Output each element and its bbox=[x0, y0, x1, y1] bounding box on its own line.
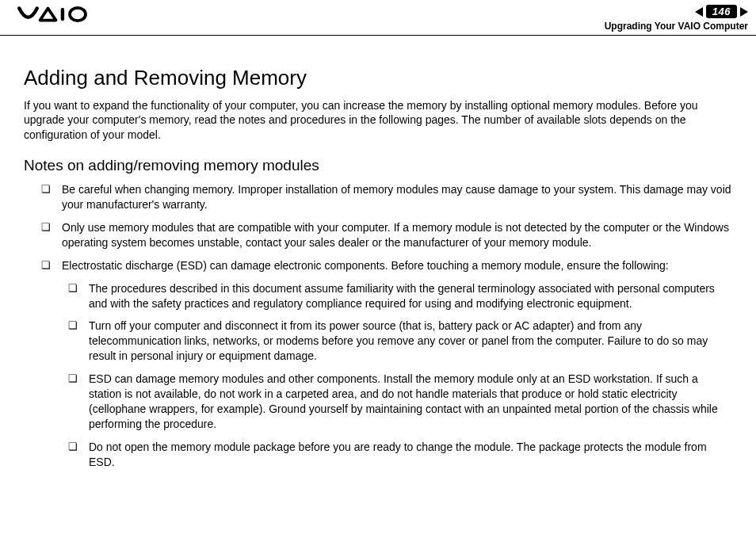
subtitle: Notes on adding/removing memory modules bbox=[24, 157, 732, 174]
list-item: Do not open the memory module package be… bbox=[68, 440, 732, 470]
intro-paragraph: If you want to expand the functionality … bbox=[24, 98, 732, 143]
vaio-logo-svg bbox=[14, 6, 101, 22]
page-badge: 146 bbox=[695, 5, 748, 18]
list-item: ESD can damage memory modules and other … bbox=[68, 372, 732, 432]
list-item: The procedures described in this documen… bbox=[68, 281, 732, 311]
prev-page-arrow-icon[interactable] bbox=[695, 7, 703, 17]
next-page-arrow-icon[interactable] bbox=[740, 7, 748, 17]
svg-rect-0 bbox=[61, 8, 64, 21]
list-item: Electrostatic discharge (ESD) can damage… bbox=[41, 258, 732, 470]
page-number: 146 bbox=[706, 5, 737, 18]
sub-notes-list: The procedures described in this documen… bbox=[62, 281, 732, 470]
header-right: 146 Upgrading Your VAIO Computer bbox=[605, 5, 748, 32]
vaio-logo bbox=[8, 5, 101, 24]
page-content: Adding and Removing Memory If you want t… bbox=[0, 36, 756, 470]
page-header: 146 Upgrading Your VAIO Computer bbox=[0, 0, 756, 36]
section-label: Upgrading Your VAIO Computer bbox=[605, 21, 748, 32]
list-item: Only use memory modules that are compati… bbox=[41, 220, 732, 250]
list-item: Be careful when changing memory. Imprope… bbox=[41, 182, 732, 212]
page-title: Adding and Removing Memory bbox=[24, 66, 732, 90]
list-item-text: Electrostatic discharge (ESD) can damage… bbox=[62, 259, 669, 272]
svg-point-1 bbox=[70, 8, 86, 21]
list-item: Turn off your computer and disconnect it… bbox=[68, 318, 732, 364]
notes-list: Be careful when changing memory. Imprope… bbox=[24, 182, 732, 469]
